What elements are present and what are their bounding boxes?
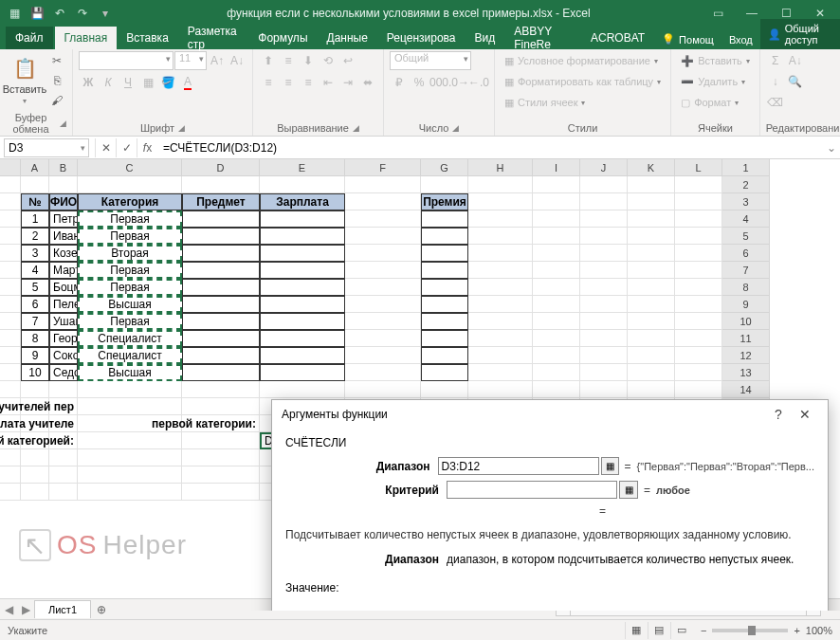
- find-icon[interactable]: 🔍: [786, 72, 805, 91]
- autosum-icon[interactable]: Σ: [766, 51, 785, 70]
- cell[interactable]: [468, 364, 533, 381]
- cell[interactable]: [421, 296, 468, 313]
- cell[interactable]: 4: [21, 262, 49, 279]
- fill-icon[interactable]: ↓: [766, 72, 785, 91]
- cell[interactable]: [0, 176, 21, 193]
- format-as-table-button[interactable]: ▦ Форматировать как таблицу▾: [501, 72, 665, 91]
- cell[interactable]: [345, 364, 421, 381]
- zoom-in-icon[interactable]: +: [794, 625, 799, 636]
- cell[interactable]: [0, 381, 21, 398]
- font-size-select[interactable]: 11: [174, 51, 207, 70]
- cell[interactable]: [421, 228, 468, 245]
- cell[interactable]: Общая зарплата учителей пер: [49, 398, 78, 415]
- cell[interactable]: [182, 381, 260, 398]
- cell[interactable]: [260, 228, 345, 245]
- cell[interactable]: [468, 279, 533, 296]
- cell[interactable]: [345, 347, 421, 364]
- indent-dec-icon[interactable]: ⇤: [319, 73, 338, 92]
- cell[interactable]: [580, 193, 628, 210]
- cell[interactable]: [675, 313, 722, 330]
- clipboard-dialog-icon[interactable]: ◢: [60, 119, 66, 128]
- formula-input[interactable]: =СЧЁТЕСЛИ(D3:D12): [157, 141, 823, 155]
- cell[interactable]: [533, 262, 580, 279]
- merge-icon[interactable]: ⬌: [358, 73, 377, 92]
- cell[interactable]: 1: [21, 210, 49, 228]
- cell[interactable]: Козел П.Э.: [49, 245, 78, 262]
- cell[interactable]: [533, 330, 580, 347]
- cell[interactable]: [0, 210, 21, 228]
- cell[interactable]: [345, 279, 421, 296]
- cell[interactable]: [533, 381, 580, 398]
- page-layout-view-icon[interactable]: ▤: [648, 622, 670, 639]
- cell[interactable]: [533, 313, 580, 330]
- cell[interactable]: [580, 381, 628, 398]
- cell[interactable]: [260, 364, 345, 381]
- cell[interactable]: [675, 193, 722, 210]
- save-icon[interactable]: 💾: [27, 3, 47, 24]
- orientation-icon[interactable]: ⟲: [319, 51, 338, 70]
- cell[interactable]: [78, 398, 182, 415]
- cell[interactable]: [0, 484, 21, 501]
- col-header[interactable]: L: [675, 159, 722, 176]
- cell[interactable]: Количество учителей с высшей категорией:: [49, 432, 78, 449]
- cell[interactable]: Вторая: [78, 245, 182, 262]
- tab-view[interactable]: Вид: [466, 27, 505, 49]
- cell[interactable]: [421, 381, 468, 398]
- redo-icon[interactable]: ↷: [72, 3, 93, 24]
- cell[interactable]: Соколов К.С.: [49, 347, 78, 364]
- cell[interactable]: Первая: [78, 313, 182, 330]
- font-dialog-icon[interactable]: ◢: [178, 123, 185, 133]
- fill-color-icon[interactable]: 🪣: [158, 73, 177, 92]
- sort-icon[interactable]: A↓: [786, 51, 805, 70]
- cell[interactable]: [260, 296, 345, 313]
- cell[interactable]: [421, 245, 468, 262]
- tab-formulas[interactable]: Формулы: [248, 27, 317, 49]
- row-header[interactable]: 3: [722, 193, 770, 210]
- row-header[interactable]: 9: [722, 296, 770, 313]
- cell[interactable]: [580, 330, 628, 347]
- tab-review[interactable]: Рецензирова: [377, 27, 466, 49]
- cell[interactable]: [182, 432, 260, 449]
- sheet-tab[interactable]: Лист1: [34, 600, 91, 618]
- row-header[interactable]: 7: [722, 262, 770, 279]
- ribbon-options-icon[interactable]: ▭: [702, 3, 734, 24]
- cell[interactable]: [345, 313, 421, 330]
- currency-icon[interactable]: ₽: [390, 73, 409, 92]
- cell[interactable]: [468, 313, 533, 330]
- normal-view-icon[interactable]: ▦: [625, 622, 648, 639]
- row-header[interactable]: 14: [722, 381, 770, 398]
- col-header[interactable]: I: [533, 159, 580, 176]
- arg1-refedit-icon[interactable]: ▦: [601, 457, 619, 475]
- align-right-icon[interactable]: ≡: [299, 73, 318, 92]
- cell[interactable]: [78, 176, 182, 193]
- col-header[interactable]: E: [260, 159, 345, 176]
- cell[interactable]: Предмет: [182, 193, 260, 210]
- sheet-nav-prev-icon[interactable]: ◀: [0, 603, 17, 616]
- cell[interactable]: [182, 466, 260, 484]
- cell[interactable]: Первая: [78, 279, 182, 296]
- cell[interactable]: [21, 484, 49, 501]
- font-color-icon[interactable]: A: [178, 73, 197, 92]
- cell[interactable]: [468, 262, 533, 279]
- cell[interactable]: [21, 176, 49, 193]
- arg1-input[interactable]: [438, 457, 599, 475]
- undo-icon[interactable]: ↶: [49, 3, 70, 24]
- cell[interactable]: [580, 228, 628, 245]
- cancel-formula-icon[interactable]: ✕: [95, 138, 116, 157]
- cell[interactable]: 5: [21, 279, 49, 296]
- cell[interactable]: [468, 210, 533, 228]
- format-painter-icon[interactable]: 🖌: [47, 91, 66, 110]
- cell[interactable]: [533, 228, 580, 245]
- cell[interactable]: Общая зарплата учителе: [49, 415, 78, 432]
- cell[interactable]: [628, 381, 675, 398]
- cell[interactable]: Иванова Д.М.: [49, 228, 78, 245]
- copy-icon[interactable]: ⎘: [47, 71, 66, 90]
- dialog-close-icon[interactable]: ✕: [792, 401, 818, 428]
- row-header[interactable]: 6: [722, 245, 770, 262]
- cell[interactable]: [580, 210, 628, 228]
- worksheet-grid[interactable]: ABCDEFGHIJKL12№ФИОКатегорияПредметЗарпла…: [0, 159, 840, 611]
- cell[interactable]: [182, 484, 260, 501]
- cell[interactable]: [0, 347, 21, 364]
- cell[interactable]: [675, 210, 722, 228]
- cell[interactable]: [260, 381, 345, 398]
